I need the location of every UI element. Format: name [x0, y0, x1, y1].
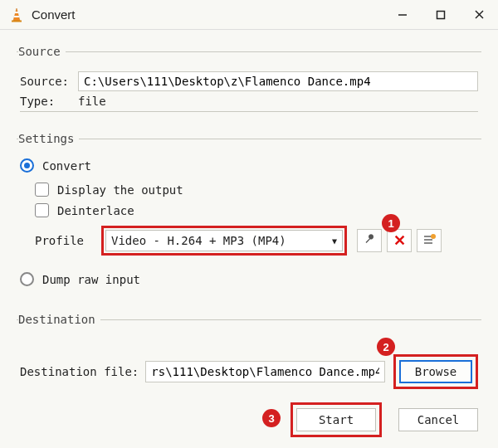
deinterlace-checkbox[interactable]	[35, 203, 49, 217]
destination-file-input[interactable]	[145, 361, 385, 382]
maximize-button[interactable]	[422, 0, 460, 30]
list-new-icon	[422, 233, 436, 249]
chevron-down-icon: ▼	[332, 236, 337, 246]
source-path-input[interactable]	[78, 71, 478, 91]
minimize-button[interactable]	[383, 0, 422, 30]
cancel-button[interactable]: Cancel	[398, 408, 478, 431]
browse-button[interactable]: Browse	[399, 360, 472, 383]
svg-rect-3	[12, 20, 22, 22]
destination-legend: Destination	[18, 313, 100, 326]
deinterlace-label: Deinterlace	[57, 204, 134, 217]
close-button[interactable]	[460, 0, 498, 30]
convert-radio-label: Convert	[42, 159, 91, 173]
svg-rect-10	[424, 242, 432, 244]
delete-profile-button[interactable]: ✕	[387, 229, 412, 252]
new-profile-button[interactable]	[417, 229, 442, 252]
profile-label: Profile	[35, 234, 101, 247]
display-output-label: Display the output	[57, 183, 183, 197]
cancel-label: Cancel	[417, 413, 460, 426]
dump-radio-label: Dump raw input	[42, 273, 140, 286]
profile-highlight-box: Video - H.264 + MP3 (MP4) ▼	[101, 226, 347, 256]
svg-rect-2	[14, 16, 19, 17]
callout-3: 3	[262, 409, 281, 427]
svg-rect-9	[424, 239, 432, 241]
browse-label: Browse	[415, 365, 457, 378]
convert-radio[interactable]	[20, 158, 34, 173]
settings-legend: Settings	[18, 132, 79, 145]
edit-profile-button[interactable]	[357, 229, 382, 252]
callout-1: 1	[382, 214, 400, 232]
destination-group: Destination Destination file: Browse 2	[17, 313, 481, 391]
type-value: file	[78, 95, 106, 108]
start-label: Start	[319, 413, 354, 426]
svg-marker-0	[13, 8, 20, 21]
svg-rect-1	[15, 12, 18, 13]
source-legend: Source	[18, 45, 66, 58]
start-highlight-box: Start	[290, 402, 382, 437]
type-label: Type:	[20, 95, 78, 108]
titlebar: Convert	[0, 0, 498, 30]
window-title: Convert	[32, 7, 76, 22]
svg-point-11	[431, 234, 436, 239]
destination-label: Destination file:	[20, 365, 139, 378]
settings-group: Settings Convert Display the output Dein…	[17, 132, 481, 303]
x-icon: ✕	[393, 231, 406, 250]
vlc-cone-icon	[8, 7, 25, 23]
profile-value: Video - H.264 + MP3 (MP4)	[111, 234, 286, 247]
display-output-checkbox[interactable]	[35, 183, 49, 197]
source-group: Source Source: Type: file	[17, 45, 481, 122]
svg-rect-5	[437, 11, 445, 18]
dump-radio[interactable]	[20, 272, 34, 286]
callout-2: 2	[377, 338, 395, 356]
source-label: Source:	[20, 75, 78, 88]
browse-highlight-box: Browse	[393, 354, 478, 389]
start-button[interactable]: Start	[296, 408, 376, 431]
wrench-icon	[363, 233, 376, 249]
profile-dropdown[interactable]: Video - H.264 + MP3 (MP4) ▼	[105, 230, 343, 251]
